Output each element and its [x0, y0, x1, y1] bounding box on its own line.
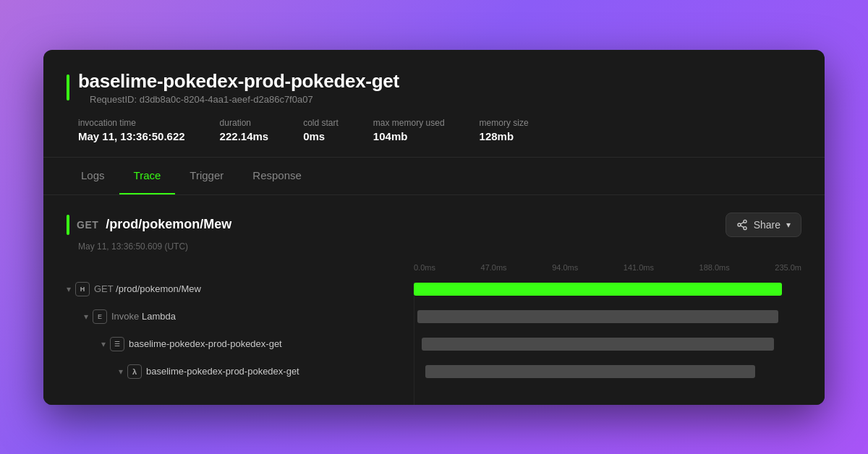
- trace-header: GET /prod/pokemon/Mew Share ▾: [67, 213, 801, 237]
- metric-memory-size: memory size 128mb: [480, 118, 529, 142]
- max-memory-value: 104mb: [373, 130, 445, 142]
- metric-max-memory: max memory used 104mb: [373, 118, 445, 142]
- service-icon-lambda: ☰: [110, 337, 124, 351]
- row-label-3: ▾ ☰ baselime-pokedex-prod-pokedex-get: [101, 337, 414, 351]
- function-title: baselime-pokedex-prod-pokedex-get: [78, 70, 399, 93]
- row-function-label-4: baselime-pokedex-prod-pokedex-get: [146, 366, 299, 377]
- max-memory-label: max memory used: [373, 118, 445, 128]
- ruler-label-0: 0.0ms: [414, 263, 435, 272]
- share-icon: [736, 219, 748, 231]
- row-label-2: ▾ E Invoke Lambda: [84, 309, 414, 324]
- metric-invocation-time: invocation time May 11, 13:36:50.622: [78, 118, 185, 142]
- ruler-label-1: 47.0ms: [481, 263, 507, 272]
- duration-label: duration: [220, 118, 269, 128]
- service-icon-lambda-fn: λ: [127, 364, 142, 379]
- main-card: baselime-pokedex-prod-pokedex-get Reques…: [43, 50, 825, 405]
- trace-path-row: GET /prod/pokemon/Mew: [67, 215, 231, 235]
- tab-trace[interactable]: Trace: [119, 158, 176, 194]
- duration-value: 222.14ms: [220, 130, 269, 142]
- request-id: RequestID: d3db8a0c-8204-4aa1-aeef-d2a86…: [90, 94, 399, 105]
- title-row: baselime-pokedex-prod-pokedex-get Reques…: [67, 70, 801, 105]
- trace-path: /prod/pokemon/Mew: [106, 217, 231, 232]
- green-accent-bar: [67, 74, 69, 100]
- chevron-icon[interactable]: ▾: [119, 367, 123, 377]
- timeline-area: 0.0ms 47.0ms 94.0ms 141.0ms 188.0ms 235.…: [67, 263, 801, 383]
- trace-bar-green-1: [414, 283, 782, 296]
- svg-point-2: [744, 226, 746, 229]
- trace-method: GET: [77, 219, 98, 231]
- invocation-time-value: May 11, 13:36:50.622: [78, 130, 185, 142]
- trace-content: GET /prod/pokemon/Mew Share ▾ May 11, 13…: [43, 195, 825, 405]
- share-label: Share: [754, 219, 780, 231]
- cold-start-label: cold start: [303, 118, 339, 128]
- metrics-row: invocation time May 11, 13:36:50.622 dur…: [78, 118, 801, 142]
- row-path-1: /prod/pokemon/Mew: [116, 283, 201, 294]
- timeline-ruler: 0.0ms 47.0ms 94.0ms 141.0ms 188.0ms 235.…: [67, 263, 801, 272]
- row-invoke-label: Invoke: [111, 311, 142, 322]
- ruler-spacer: [67, 263, 414, 272]
- table-row: ▾ E Invoke Lambda: [67, 305, 801, 328]
- svg-line-4: [740, 222, 744, 224]
- service-icon-http: H: [75, 282, 90, 296]
- row-method-1: GET: [94, 283, 116, 294]
- ruler-label-4: 188.0ms: [699, 263, 730, 272]
- row-lambda-label: Lambda: [142, 311, 176, 322]
- cold-start-value: 0ms: [303, 130, 339, 142]
- trace-bar-gray-4: [425, 365, 755, 378]
- request-id-value: d3db8a0c-8204-4aa1-aeef-d2a86c7f0a07: [140, 94, 313, 105]
- trace-timestamp: May 11, 13:36:50.609 (UTC): [78, 241, 801, 252]
- share-button[interactable]: Share ▾: [726, 213, 801, 237]
- chevron-icon[interactable]: ▾: [67, 284, 71, 294]
- chevron-icon[interactable]: ▾: [101, 339, 106, 349]
- service-icon-invoke: E: [93, 309, 107, 324]
- chevron-down-icon: ▾: [786, 220, 791, 230]
- ruler-label-2: 94.0ms: [552, 263, 578, 272]
- memory-size-value: 128mb: [480, 130, 529, 142]
- row-function-label-3: baselime-pokedex-prod-pokedex-get: [129, 338, 282, 349]
- bar-container-2: [414, 309, 801, 324]
- bar-container-4: [414, 364, 801, 379]
- chevron-icon[interactable]: ▾: [84, 312, 88, 322]
- trace-green-bar: [67, 215, 69, 235]
- tab-trigger[interactable]: Trigger: [175, 158, 238, 194]
- row-text-2: Invoke Lambda: [111, 311, 176, 322]
- metric-duration: duration 222.14ms: [220, 118, 269, 142]
- tab-logs[interactable]: Logs: [67, 158, 119, 194]
- invocation-time-label: invocation time: [78, 118, 185, 128]
- row-text-1: GET /prod/pokemon/Mew: [94, 283, 201, 294]
- table-row: ▾ ☰ baselime-pokedex-prod-pokedex-get: [67, 333, 801, 356]
- table-row: ▾ H GET /prod/pokemon/Mew: [67, 278, 801, 301]
- tab-response[interactable]: Response: [238, 158, 316, 194]
- ruler-label-3: 141.0ms: [624, 263, 654, 272]
- request-id-label: RequestID:: [90, 94, 137, 105]
- svg-line-3: [740, 226, 744, 228]
- tabs-section: Logs Trace Trigger Response: [43, 158, 825, 195]
- metric-cold-start: cold start 0ms: [303, 118, 339, 142]
- header-section: baselime-pokedex-prod-pokedex-get Reques…: [43, 50, 825, 158]
- row-text-4: baselime-pokedex-prod-pokedex-get: [146, 366, 299, 377]
- bar-container-3: [414, 337, 801, 351]
- svg-point-0: [744, 220, 746, 223]
- row-text-3: baselime-pokedex-prod-pokedex-get: [129, 338, 282, 349]
- row-label-4: ▾ λ baselime-pokedex-prod-pokedex-get: [119, 364, 414, 379]
- table-row: ▾ λ baselime-pokedex-prod-pokedex-get: [67, 360, 801, 383]
- trace-bar-gray-2: [417, 310, 778, 323]
- svg-point-1: [738, 223, 741, 226]
- row-label-1: ▾ H GET /prod/pokemon/Mew: [67, 282, 414, 296]
- ruler-labels: 0.0ms 47.0ms 94.0ms 141.0ms 188.0ms 235.…: [414, 263, 801, 272]
- memory-size-label: memory size: [480, 118, 529, 128]
- bar-container-1: [414, 282, 801, 296]
- ruler-label-5: 235.0m: [775, 263, 801, 272]
- trace-bar-gray-3: [422, 338, 775, 351]
